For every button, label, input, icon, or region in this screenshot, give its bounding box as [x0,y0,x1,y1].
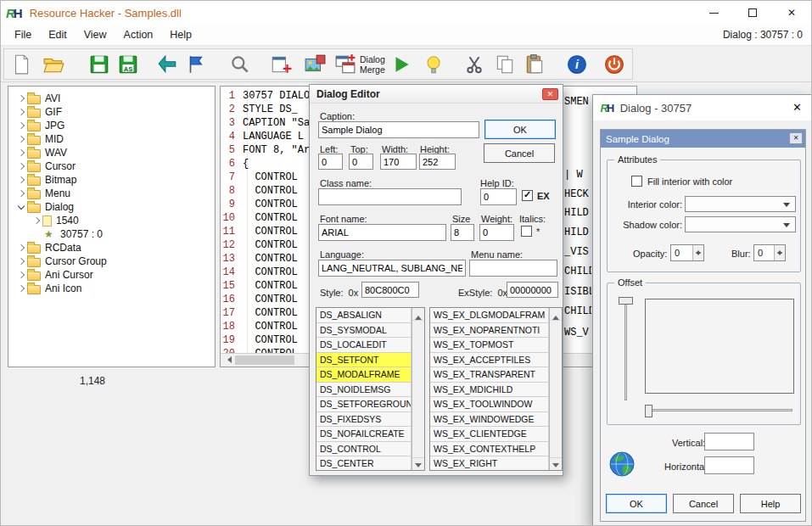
exstyle-option[interactable]: WS_EX_TOPMOST [430,338,549,353]
expander-icon[interactable] [15,133,27,145]
style-option[interactable]: DS_NOIDLEMSG [316,383,412,398]
left-input[interactable] [318,154,343,170]
style-input[interactable] [361,282,419,298]
exstyle-option[interactable]: WS_EX_CONTEXTHELP [430,442,549,457]
dialog-merge-button[interactable] [333,52,358,77]
scroll-down-arrow[interactable] [550,457,562,470]
font-name-input[interactable] [318,224,446,241]
width-input[interactable] [380,154,417,170]
vertical-input[interactable] [704,433,754,450]
exstyle-option[interactable]: WS_EX_TOOLWINDOW [430,397,549,412]
back-button[interactable] [154,52,180,77]
replace-image-button[interactable] [302,52,328,77]
horizontal-slider-track[interactable] [647,409,792,411]
ex-checkbox[interactable] [522,190,533,201]
menu-item[interactable]: Edit [40,25,76,44]
paste-button[interactable] [522,52,547,77]
menu-item[interactable]: Help [161,25,200,44]
menu-item[interactable]: View [76,25,115,44]
tree-item[interactable]: Cursor Group [8,255,215,268]
expander-icon[interactable] [15,160,27,172]
save-as-button[interactable]: AS [115,52,141,77]
style-option[interactable]: DS_SYSMODAL [316,323,412,339]
open-file-button[interactable] [41,52,66,77]
minimize-button[interactable] [694,1,733,25]
tree-item[interactable]: Bitmap [8,173,215,187]
exstyle-option[interactable]: WS_EX_WINDOWEDGE [430,412,549,428]
horizontal-input[interactable] [704,456,754,474]
scroll-up-arrow[interactable] [550,308,562,321]
preview-help-button[interactable]: Help [740,494,801,513]
menu-item[interactable]: Action [115,25,162,44]
tree-item[interactable]: 1540 [8,214,215,227]
expander-icon[interactable] [15,92,27,104]
tree-item[interactable]: GIF [8,105,215,119]
copy-button[interactable] [492,52,518,77]
find-button[interactable] [227,52,253,77]
help-id-input[interactable] [480,188,517,205]
italics-checkbox[interactable] [521,226,532,237]
expander-icon[interactable] [15,201,27,213]
class-name-input[interactable] [318,188,462,205]
preview-close-button[interactable]: ✕ [792,101,802,114]
expander-icon[interactable] [15,106,27,118]
cancel-button[interactable]: Cancel [484,143,555,163]
listbox-scrollbar[interactable] [412,308,424,470]
style-option[interactable]: DS_CONTROL [316,442,412,457]
expander-icon[interactable] [15,255,27,267]
interior-color-select[interactable] [685,196,796,212]
save-button[interactable] [87,52,112,77]
blur-stepper[interactable]: 0 [753,244,786,261]
listbox-scrollbar[interactable] [549,308,562,470]
tree-item[interactable]: MID [8,132,215,146]
exstyle-option[interactable]: WS_EX_MDICHILD [430,383,549,398]
close-button[interactable]: ✕ [772,1,811,25]
vertical-slider-thumb[interactable] [619,297,633,305]
caption-input[interactable] [318,121,479,138]
height-input[interactable] [419,154,456,170]
tree-item[interactable]: 30757 : 0 [8,227,215,241]
cut-button[interactable] [462,52,487,77]
flag-button[interactable] [183,52,209,77]
expander-icon[interactable] [15,147,27,159]
fill-interior-checkbox[interactable] [631,176,642,187]
exstyle-option[interactable]: WS_EX_CLIENTEDGE [430,427,549,442]
horizontal-slider-thumb[interactable] [645,405,652,417]
dialog-merge-label[interactable]: Dialog Merge [360,54,385,75]
expander-icon[interactable] [15,283,27,294]
opacity-stepper[interactable]: 0 [670,244,704,261]
size-input[interactable] [451,224,474,241]
sample-dialog-close-button[interactable]: ✕ [789,132,803,144]
expander-icon[interactable] [15,174,27,186]
exstyle-option[interactable]: WS_EX_TRANSPARENT [430,367,549,383]
exstyle-input[interactable] [507,282,558,298]
scrollbar-thumb[interactable] [235,355,294,365]
style-option[interactable]: DS_MODALFRAME [316,367,412,383]
scroll-up-arrow[interactable] [412,308,424,321]
tree-item[interactable]: JPG [8,119,215,132]
style-option[interactable]: DS_SETFOREGROUND [316,397,412,412]
stepper-arrows[interactable] [774,245,785,260]
menu-name-input[interactable] [469,260,557,277]
ok-button[interactable]: OK [484,120,556,139]
stepper-arrows[interactable] [692,245,703,260]
sample-dialog-titlebar[interactable]: Sample Dialog ✕ [601,130,805,148]
expander-icon[interactable] [15,242,27,254]
scroll-down-arrow[interactable] [412,457,424,470]
add-resource-button[interactable] [268,52,294,77]
style-option[interactable]: DS_LOCALEDIT [316,338,412,353]
expander-icon[interactable] [31,215,42,227]
exstyle-option[interactable]: WS_EX_RIGHT [430,456,549,471]
style-option[interactable]: DS_FIXEDSYS [316,412,412,428]
tree-item[interactable]: Cursor [8,159,215,173]
expander-icon[interactable] [15,269,27,281]
exstyle-option[interactable]: WS_EX_NOPARENTNOTI [430,323,549,339]
tree-item[interactable]: Dialog [8,200,215,214]
style-option[interactable]: DS_CENTER [316,456,412,471]
scroll-left-arrow[interactable] [221,354,234,367]
top-input[interactable] [349,154,373,170]
expander-icon[interactable] [15,120,27,132]
tree-item[interactable]: Menu [8,187,215,200]
tree-item[interactable]: RCData [8,241,215,255]
preview-cancel-button[interactable]: Cancel [673,494,734,513]
